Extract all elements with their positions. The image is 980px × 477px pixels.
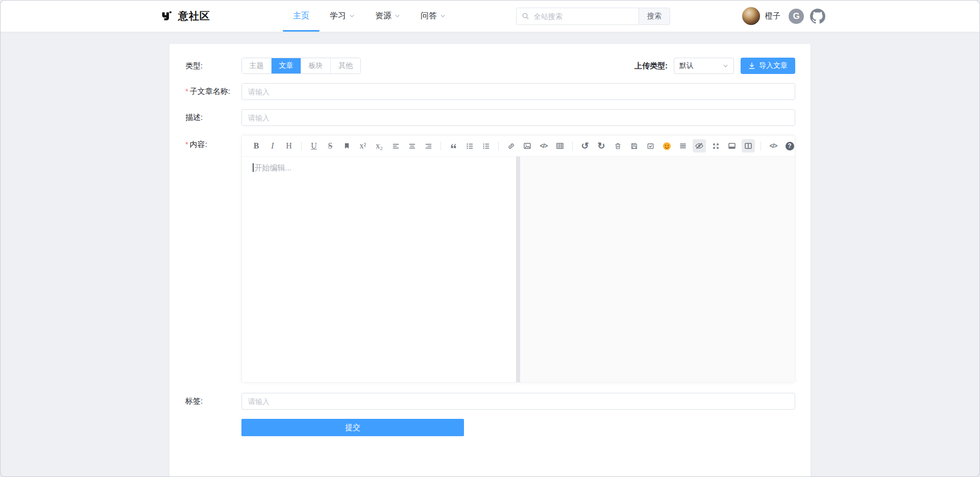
- submit-button[interactable]: 提交: [241, 419, 464, 436]
- tags-row: 标签:: [185, 393, 795, 410]
- task-list-icon[interactable]: [644, 139, 657, 153]
- post-form-card: 类型: 主题 文章 板块 其他 上传类型: 默认: [169, 44, 811, 477]
- type-label: 类型:: [185, 58, 241, 74]
- type-option-article[interactable]: 文章: [272, 58, 301, 73]
- fullscreen-icon[interactable]: [709, 139, 722, 153]
- search-button[interactable]: 搜索: [639, 8, 670, 25]
- window-preview-icon[interactable]: [725, 139, 739, 153]
- main-nav: 主页 学习 资源 问答: [283, 1, 456, 32]
- superscript-icon[interactable]: x²: [356, 139, 370, 153]
- required-mark: *: [185, 140, 188, 148]
- type-option-other[interactable]: 其他: [331, 58, 360, 73]
- upload-group: 上传类型: 默认 导入文章: [634, 58, 795, 74]
- save-icon[interactable]: [627, 139, 641, 153]
- chevron-down-icon: [723, 63, 728, 69]
- description-row: 描述:: [185, 109, 795, 126]
- import-article-button[interactable]: 导入文章: [741, 58, 795, 74]
- align-center-icon[interactable]: [405, 139, 419, 153]
- brand-title: 意社区: [178, 9, 210, 23]
- nav-item-study[interactable]: 学习: [320, 1, 365, 32]
- brand[interactable]: 意社区: [160, 9, 210, 23]
- editor-input-pane[interactable]: 开始编辑...: [242, 157, 516, 382]
- type-row: 类型: 主题 文章 板块 其他 上传类型: 默认: [185, 58, 795, 74]
- chevron-down-icon: [395, 13, 400, 19]
- table-icon[interactable]: [553, 139, 567, 153]
- bold-icon[interactable]: B: [250, 139, 263, 153]
- undo-icon[interactable]: ↺: [578, 139, 592, 153]
- emoji-icon[interactable]: [660, 139, 673, 153]
- toolbar-divider: [572, 142, 573, 150]
- code-icon[interactable]: </>: [537, 139, 550, 153]
- article-name-input[interactable]: [241, 83, 795, 100]
- search-input[interactable]: [516, 8, 639, 25]
- quote-icon[interactable]: [447, 139, 460, 153]
- site-search: 搜索: [516, 8, 670, 25]
- toolbar-divider: [761, 142, 761, 150]
- editor-preview-pane: [520, 157, 795, 382]
- toolbar-right-group: </> ?: [675, 139, 795, 153]
- unordered-list-icon[interactable]: [479, 139, 493, 153]
- app-window: 意社区 主页 学习 资源: [0, 0, 980, 477]
- user-area: 橙子 G: [742, 7, 825, 25]
- tags-label: 标签:: [185, 393, 241, 410]
- link-icon[interactable]: [504, 139, 518, 153]
- type-option-board[interactable]: 板块: [301, 58, 331, 73]
- content-row: *内容: B I H U S x² x₂: [185, 135, 795, 383]
- toolbar-divider: [498, 142, 499, 150]
- italic-icon[interactable]: I: [266, 139, 279, 153]
- gitee-icon[interactable]: G: [789, 9, 804, 24]
- nav-item-resources[interactable]: 资源: [365, 1, 410, 32]
- site-header: 意社区 主页 学习 资源: [1, 1, 979, 32]
- ordered-list-icon[interactable]: [463, 139, 476, 153]
- avatar[interactable]: [742, 7, 760, 25]
- article-name-row: *子文章名称:: [185, 83, 795, 100]
- split-view-icon[interactable]: [742, 139, 755, 153]
- toc-icon[interactable]: [676, 139, 690, 153]
- description-label: 描述:: [185, 109, 241, 126]
- align-right-icon[interactable]: [422, 139, 435, 153]
- upload-type-select[interactable]: 默认: [674, 58, 734, 74]
- preview-toggle-icon[interactable]: [693, 139, 706, 153]
- bookmark-icon[interactable]: [340, 139, 353, 153]
- download-icon: [748, 62, 755, 69]
- github-icon[interactable]: [810, 9, 825, 24]
- nav-item-qa[interactable]: 问答: [410, 1, 456, 32]
- required-mark: *: [185, 87, 188, 95]
- tags-input[interactable]: [241, 393, 795, 410]
- chevron-down-icon: [349, 13, 355, 19]
- help-icon[interactable]: ?: [783, 139, 795, 153]
- text-caret: [253, 163, 254, 172]
- subscript-icon[interactable]: x₂: [373, 139, 386, 153]
- search-icon: [522, 12, 529, 20]
- redo-icon[interactable]: ↻: [595, 139, 608, 153]
- strikethrough-icon[interactable]: S: [324, 139, 337, 153]
- source-code-icon[interactable]: </>: [767, 139, 780, 153]
- underline-icon[interactable]: U: [307, 139, 321, 153]
- upload-type-label: 上传类型:: [634, 61, 668, 71]
- markdown-editor: B I H U S x² x₂: [241, 135, 795, 383]
- heading-icon[interactable]: H: [282, 139, 296, 153]
- editor-panes: 开始编辑...: [242, 157, 795, 382]
- toolbar-divider: [440, 142, 441, 150]
- nav-item-home[interactable]: 主页: [283, 1, 320, 32]
- toolbar-divider: [301, 142, 302, 150]
- article-name-label: *子文章名称:: [185, 83, 241, 100]
- align-left-icon[interactable]: [389, 139, 402, 153]
- type-segmented-control: 主题 文章 板块 其他: [241, 58, 361, 74]
- username[interactable]: 橙子: [765, 11, 780, 21]
- pane-splitter[interactable]: [516, 157, 520, 382]
- brand-logo-icon: [160, 10, 173, 22]
- type-option-topic[interactable]: 主题: [242, 58, 272, 73]
- trash-icon[interactable]: [611, 139, 624, 153]
- image-icon[interactable]: [521, 139, 534, 153]
- description-input[interactable]: [241, 109, 795, 126]
- chevron-down-icon: [440, 13, 446, 19]
- content-label: *内容:: [185, 136, 241, 383]
- editor-placeholder: 开始编辑...: [255, 163, 292, 172]
- editor-toolbar: B I H U S x² x₂: [242, 136, 795, 157]
- submit-row: 提交: [185, 419, 795, 436]
